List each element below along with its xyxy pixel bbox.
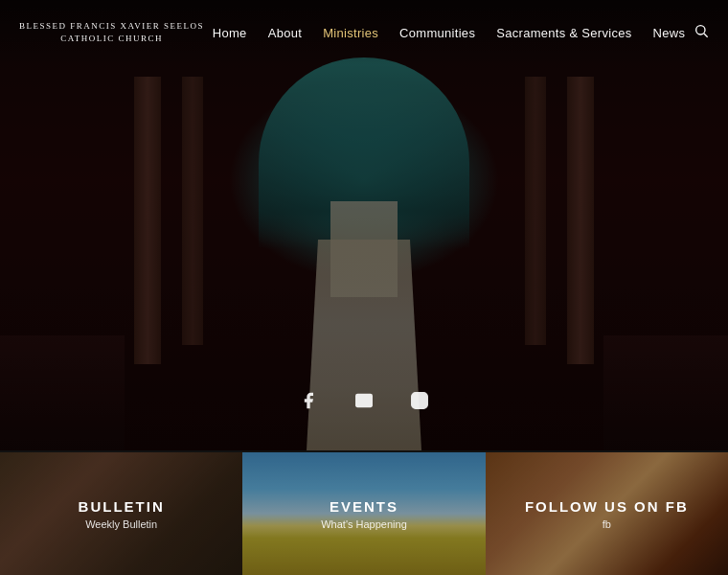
site-header: BLESSED FRANCIS XAVIER SEELOS CATHOLIC C… [0,0,728,65]
bulletin-card[interactable]: BULLETIN Weekly Bulletin [0,452,242,575]
svg-point-0 [696,26,705,34]
nav-sacraments[interactable]: Sacraments & Services [496,26,631,40]
events-subtitle: What's Happening [321,518,407,530]
facebook-content: Follow us on FB fb [486,452,728,575]
main-nav: Home About Ministries Communities Sacram… [213,26,686,40]
events-card[interactable]: EVENTS What's Happening [242,452,485,575]
search-icon[interactable] [694,23,709,42]
bulletin-title: BULLETIN [79,498,165,515]
cards-section: BULLETIN Weekly Bulletin EVENTS What's H… [0,452,728,575]
nav-news[interactable]: News [653,26,686,40]
facebook-title: Follow us on FB [525,498,689,515]
svg-line-1 [704,34,708,37]
site-logo: BLESSED FRANCIS XAVIER SEELOS CATHOLIC C… [19,20,204,46]
svg-point-4 [416,397,423,404]
nav-home[interactable]: Home [213,26,247,40]
bulletin-content: BULLETIN Weekly Bulletin [0,452,242,575]
facebook-subtitle: fb [603,518,611,530]
svg-point-5 [423,396,425,398]
events-content: EVENTS What's Happening [242,452,485,575]
hero-section [0,0,728,450]
nav-about[interactable]: About [268,26,302,40]
facebook-card[interactable]: Follow us on FB fb [486,452,728,575]
nav-ministries[interactable]: Ministries [323,26,378,40]
events-title: EVENTS [330,498,398,515]
facebook-icon[interactable] [299,391,318,415]
social-icons-bar [0,391,728,415]
nav-communities[interactable]: Communities [399,26,475,40]
bulletin-subtitle: Weekly Bulletin [85,518,157,530]
instagram-icon[interactable] [410,391,429,415]
email-icon[interactable] [354,391,374,415]
